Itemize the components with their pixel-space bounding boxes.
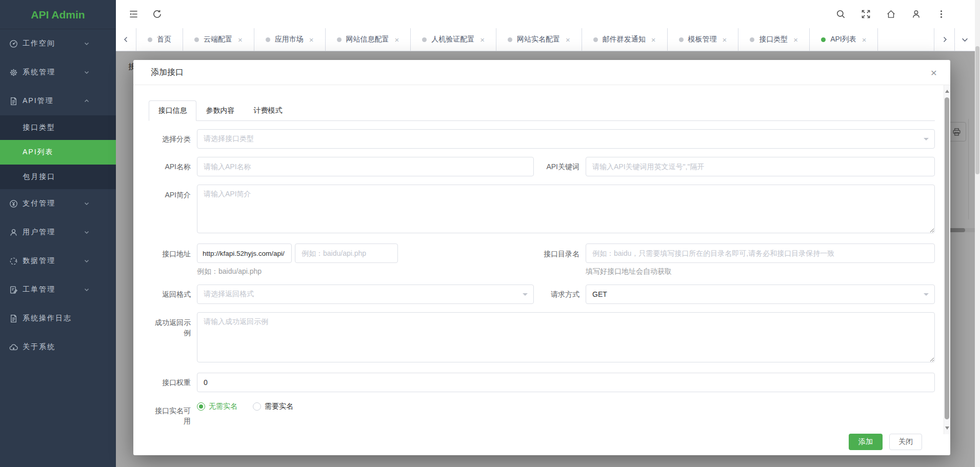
- request-method-select[interactable]: GET: [586, 285, 935, 304]
- weight-input[interactable]: [197, 373, 935, 392]
- api-dir-helper: 填写好接口地址会自动获取: [586, 267, 935, 276]
- tab-close-icon[interactable]: ×: [309, 35, 314, 44]
- tab-close-icon[interactable]: ×: [862, 35, 867, 44]
- tabs-dropdown-button[interactable]: [954, 28, 975, 51]
- sidebar-item-label: 工作空间: [23, 39, 55, 48]
- tab-api-info[interactable]: 接口信息: [149, 100, 196, 121]
- tab-label: 邮件群发通知: [603, 35, 646, 44]
- tab-site-info-config[interactable]: 网站信息配置 ×: [326, 28, 411, 51]
- success-example-label: 成功返回示例: [149, 312, 197, 338]
- category-select[interactable]: 请选择接口类型: [197, 129, 935, 149]
- sidebar-item-label: 数据管理: [23, 256, 55, 266]
- tab-billing-mode[interactable]: 计费模式: [244, 100, 292, 120]
- tab-label: 网站实名配置: [517, 35, 560, 44]
- api-url-base-input[interactable]: [197, 243, 292, 263]
- form-row-intro: API简介: [149, 185, 935, 235]
- tab-mail-notify[interactable]: 邮件群发通知 ×: [582, 28, 668, 51]
- tab-home[interactable]: 首页: [136, 28, 183, 51]
- modal-scrollbar-thumb[interactable]: [945, 97, 949, 419]
- chevron-down-icon: [84, 287, 90, 293]
- app-root: API Admin 工作空间 系统管理 API管理 接口类型: [0, 0, 980, 467]
- tab-close-icon[interactable]: ×: [238, 35, 243, 44]
- api-dir-input[interactable]: [586, 243, 935, 263]
- tab-label: 人机验证配置: [431, 35, 474, 44]
- sidebar-item-api-manage[interactable]: API管理: [0, 87, 116, 115]
- about-icon: [9, 343, 18, 352]
- sidebar-item-system-log[interactable]: 系统操作日志: [0, 304, 116, 333]
- gear-icon: [9, 68, 18, 77]
- payment-icon: [9, 199, 18, 208]
- page-scrollbar[interactable]: [975, 0, 980, 467]
- form-row-weight: 接口权重: [149, 373, 935, 392]
- tab-captcha-config[interactable]: 人机验证配置 ×: [411, 28, 496, 51]
- sidebar-item-ticket-manage[interactable]: 工单管理: [0, 275, 116, 304]
- profile-icon[interactable]: [911, 9, 921, 19]
- more-icon[interactable]: [936, 9, 946, 19]
- search-icon[interactable]: [836, 9, 846, 19]
- sidebar-item-label: 系统管理: [23, 68, 55, 77]
- scroll-down-icon[interactable]: [945, 427, 949, 432]
- weight-label: 接口权重: [149, 377, 197, 388]
- tab-dot-icon: [148, 37, 152, 42]
- tab-close-icon[interactable]: ×: [651, 35, 656, 44]
- tab-template-manage[interactable]: 模板管理 ×: [668, 28, 739, 51]
- sidebar-item-api-type[interactable]: 接口类型: [0, 115, 116, 140]
- form-row-realname: 接口实名可用 无需实名 需要实名: [149, 400, 935, 427]
- fullscreen-icon[interactable]: [861, 9, 871, 19]
- tab-cloud-config[interactable]: 云端配置 ×: [183, 28, 254, 51]
- category-label: 选择分类: [149, 134, 197, 144]
- realname-label: 接口实名可用: [149, 400, 197, 427]
- close-icon[interactable]: ×: [931, 67, 937, 78]
- dashboard-icon: [9, 39, 18, 48]
- tab-close-icon[interactable]: ×: [723, 35, 727, 44]
- chevron-down-icon: [523, 293, 528, 298]
- modal-scrollbar[interactable]: [944, 85, 950, 434]
- tab-param-content[interactable]: 参数内容: [196, 100, 244, 120]
- tabs-scroll-left-button[interactable]: [116, 28, 136, 51]
- api-name-label: API名称: [149, 161, 197, 172]
- sidebar-item-about-system[interactable]: 关于系统: [0, 333, 116, 361]
- api-url-path-input[interactable]: [295, 243, 398, 263]
- tab-dot-icon: [194, 37, 199, 42]
- sidebar-item-api-list[interactable]: API列表: [0, 140, 116, 165]
- tab-api-list[interactable]: API列表 ×: [810, 28, 878, 51]
- ticket-icon: [9, 286, 18, 294]
- tab-site-realname-config[interactable]: 网站实名配置 ×: [496, 28, 582, 51]
- sidebar-submenu-api: 接口类型 API列表 包月接口: [0, 115, 116, 189]
- tabs-scroll-right-button[interactable]: [934, 28, 954, 51]
- tab-api-type[interactable]: 接口类型 ×: [738, 28, 810, 51]
- request-method-label: 请求方式: [534, 289, 586, 299]
- data-icon: [9, 257, 18, 266]
- api-intro-textarea[interactable]: [197, 185, 935, 233]
- close-button[interactable]: 关闭: [889, 434, 922, 450]
- sidebar-item-label: API管理: [23, 96, 54, 106]
- chevron-down-icon: [924, 138, 929, 143]
- tab-close-icon[interactable]: ×: [480, 35, 485, 44]
- success-example-textarea[interactable]: [197, 312, 935, 362]
- home-icon[interactable]: [886, 9, 896, 19]
- tab-label: API列表: [830, 35, 856, 44]
- api-keywords-input[interactable]: [586, 157, 935, 176]
- return-format-select[interactable]: 请选择返回格式: [197, 285, 534, 304]
- sidebar-item-workspace[interactable]: 工作空间: [0, 29, 116, 58]
- sidebar-item-payment-manage[interactable]: 支付管理: [0, 189, 116, 218]
- sidebar-item-system-manage[interactable]: 系统管理: [0, 58, 116, 87]
- submit-button[interactable]: 添加: [849, 434, 883, 450]
- radio-need-realname[interactable]: 需要实名: [253, 402, 293, 411]
- tab-close-icon[interactable]: ×: [793, 35, 798, 44]
- sidebar-item-data-manage[interactable]: 数据管理: [0, 247, 116, 275]
- page-scrollbar-thumb[interactable]: [975, 46, 979, 174]
- tab-app-market[interactable]: 应用市场 ×: [254, 28, 326, 51]
- refresh-icon[interactable]: [152, 9, 162, 19]
- api-name-input[interactable]: [197, 157, 534, 176]
- radio-no-realname[interactable]: 无需实名: [197, 402, 237, 411]
- sidebar-item-label: 接口类型: [23, 123, 55, 132]
- tab-close-icon[interactable]: ×: [395, 35, 399, 44]
- scroll-up-icon[interactable]: [945, 88, 949, 93]
- sidebar-item-label: 关于系统: [23, 342, 55, 352]
- tab-close-icon[interactable]: ×: [566, 35, 570, 44]
- sidebar-item-user-manage[interactable]: 用户管理: [0, 218, 116, 247]
- sidebar-item-monthly-api[interactable]: 包月接口: [0, 165, 116, 189]
- navbar-right: [836, 9, 980, 19]
- sidebar-fold-icon[interactable]: [129, 9, 138, 19]
